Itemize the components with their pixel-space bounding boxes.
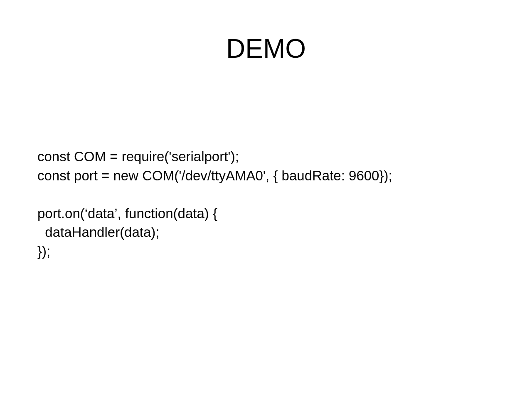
slide-container: DEMO const COM = require('serialport'); …	[0, 0, 532, 399]
slide-title: DEMO	[37, 33, 495, 64]
code-snippet: const COM = require('serialport'); const…	[37, 147, 495, 261]
